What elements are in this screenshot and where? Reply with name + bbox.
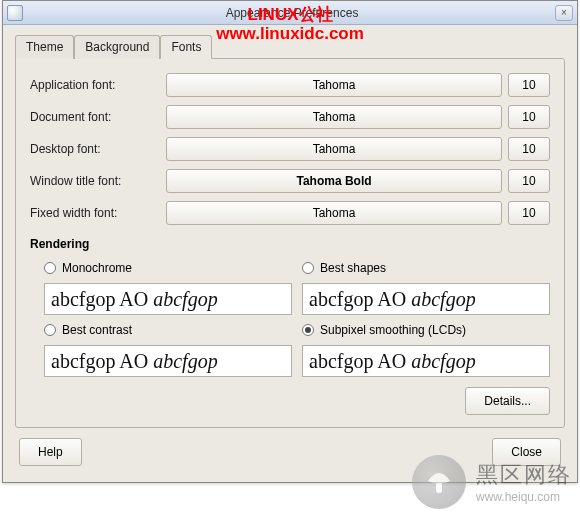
tab-strip: Theme Background Fonts	[15, 35, 565, 59]
label-fixed-width-font: Fixed width font:	[30, 206, 160, 220]
radio-label: Best shapes	[320, 261, 386, 275]
close-icon[interactable]: ×	[555, 5, 573, 21]
close-button[interactable]: Close	[492, 438, 561, 466]
radio-icon	[302, 262, 314, 274]
fonts-panel: Application font: Tahoma 10 Document fon…	[15, 58, 565, 428]
font-picker-document[interactable]: Tahoma	[166, 105, 502, 129]
radio-subpixel[interactable]: Subpixel smoothing (LCDs)	[302, 321, 550, 339]
titlebar: Appearance Preferences ×	[3, 1, 577, 25]
label-application-font: Application font:	[30, 78, 160, 92]
font-picker-fixed-width[interactable]: Tahoma	[166, 201, 502, 225]
svg-rect-0	[436, 482, 442, 493]
dialog-window: Appearance Preferences × Theme Backgroun…	[2, 0, 578, 483]
rendering-grid: Monochrome Best shapes abcfgop AO abcfgo…	[30, 259, 550, 377]
font-picker-window-title[interactable]: Tahoma Bold	[166, 169, 502, 193]
rendering-heading: Rendering	[30, 237, 550, 251]
font-row-application: Application font: Tahoma 10	[30, 73, 550, 97]
watermark-brand-en: www.heiqu.com	[476, 490, 572, 504]
radio-label: Subpixel smoothing (LCDs)	[320, 323, 466, 337]
radio-label: Monochrome	[62, 261, 132, 275]
font-row-fixed-width: Fixed width font: Tahoma 10	[30, 201, 550, 225]
radio-best-shapes[interactable]: Best shapes	[302, 259, 550, 277]
label-window-title-font: Window title font:	[30, 174, 160, 188]
font-picker-application[interactable]: Tahoma	[166, 73, 502, 97]
label-desktop-font: Desktop font:	[30, 142, 160, 156]
font-picker-desktop[interactable]: Tahoma	[166, 137, 502, 161]
sample-best-contrast: abcfgop AO abcfgop	[44, 345, 292, 377]
window-icon	[7, 5, 23, 21]
font-size-fixed-width[interactable]: 10	[508, 201, 550, 225]
details-button[interactable]: Details...	[465, 387, 550, 415]
details-row: Details...	[30, 387, 550, 415]
font-row-document: Document font: Tahoma 10	[30, 105, 550, 129]
tab-theme[interactable]: Theme	[15, 35, 74, 59]
dialog-footer: Help Close	[15, 428, 565, 470]
font-size-application[interactable]: 10	[508, 73, 550, 97]
font-row-window-title: Window title font: Tahoma Bold 10	[30, 169, 550, 193]
font-size-window-title[interactable]: 10	[508, 169, 550, 193]
sample-best-shapes: abcfgop AO abcfgop	[302, 283, 550, 315]
sample-monochrome: abcfgop AO abcfgop	[44, 283, 292, 315]
radio-monochrome[interactable]: Monochrome	[44, 259, 292, 277]
window-title: Appearance Preferences	[29, 6, 555, 20]
font-size-desktop[interactable]: 10	[508, 137, 550, 161]
font-row-desktop: Desktop font: Tahoma 10	[30, 137, 550, 161]
label-document-font: Document font:	[30, 110, 160, 124]
radio-label: Best contrast	[62, 323, 132, 337]
tab-background[interactable]: Background	[74, 35, 160, 59]
radio-icon	[44, 262, 56, 274]
radio-icon	[302, 324, 314, 336]
tab-fonts[interactable]: Fonts	[160, 35, 212, 59]
radio-icon	[44, 324, 56, 336]
sample-subpixel: abcfgop AO abcfgop	[302, 345, 550, 377]
radio-best-contrast[interactable]: Best contrast	[44, 321, 292, 339]
client-area: Theme Background Fonts Application font:…	[3, 25, 577, 482]
font-size-document[interactable]: 10	[508, 105, 550, 129]
help-button[interactable]: Help	[19, 438, 82, 466]
